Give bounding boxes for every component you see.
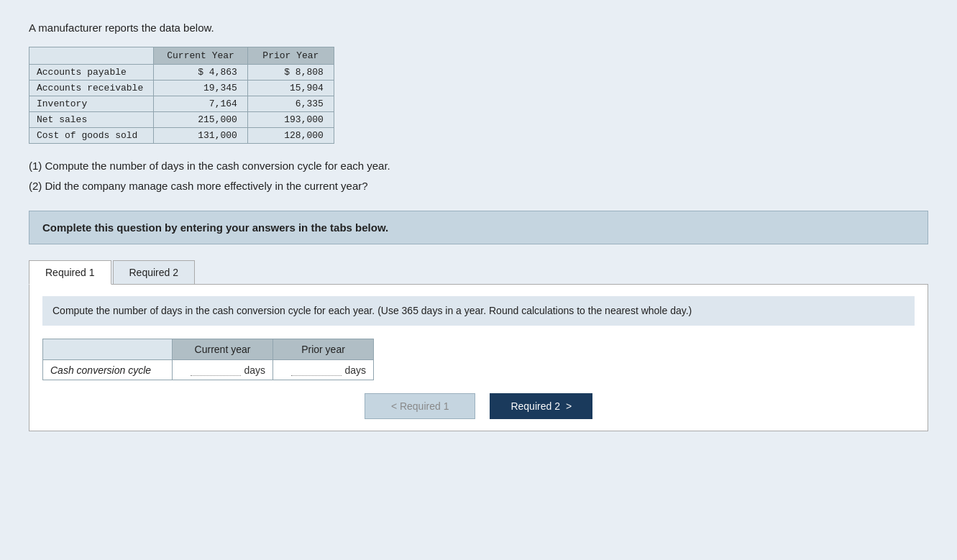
tab1-description: Compute the number of days in the cash c… — [42, 296, 915, 326]
row-prior: 15,904 — [247, 81, 334, 96]
row-current: 7,164 — [154, 96, 248, 112]
row-current: 131,000 — [154, 128, 248, 144]
next-arrow-icon: > — [566, 400, 572, 412]
answer-row-ccc: Cash conversion cycle days days — [43, 360, 374, 380]
col-header-prior: Prior Year — [247, 47, 334, 65]
table-row: Cost of goods sold 131,000 128,000 — [29, 128, 334, 144]
ccc-current-input[interactable] — [191, 364, 241, 376]
row-label: Accounts payable — [29, 65, 154, 81]
table-row: Accounts receivable 19,345 15,904 — [29, 81, 334, 96]
tab-required2[interactable]: Required 2 — [113, 260, 196, 285]
table-row: Accounts payable $ 4,863 $ 8,808 — [29, 65, 334, 81]
tab1-content: Compute the number of days in the cash c… — [29, 284, 928, 431]
answer-col-empty — [43, 339, 173, 360]
row-current: 19,345 — [154, 81, 248, 96]
instruction-box: Complete this question by entering your … — [29, 211, 928, 244]
instruction-text: Complete this question by entering your … — [42, 221, 388, 234]
question-2: (2) Did the company manage cash more eff… — [29, 177, 928, 196]
row-current: $ 4,863 — [154, 65, 248, 81]
prev-button[interactable]: < Required 1 — [365, 393, 476, 419]
data-table: Current Year Prior Year Accounts payable… — [29, 47, 334, 144]
questions-block: (1) Compute the number of days in the ca… — [29, 157, 928, 195]
row-prior: 128,000 — [247, 128, 334, 144]
row-prior: 6,335 — [247, 96, 334, 112]
ccc-current-cell: days — [173, 360, 273, 380]
answer-col-current: Current year — [173, 339, 273, 360]
ccc-prior-unit: days — [344, 364, 366, 376]
row-label: Accounts receivable — [29, 81, 154, 96]
tabs-container: Required 1 Required 2 Compute the number… — [29, 260, 928, 431]
answer-table: Current year Prior year Cash conversion … — [42, 339, 374, 380]
ccc-prior-input[interactable] — [291, 364, 342, 376]
ccc-current-unit: days — [244, 364, 265, 376]
row-label: Inventory — [29, 96, 154, 112]
tab-required1[interactable]: Required 1 — [29, 260, 111, 285]
tabs-header: Required 1 Required 2 — [29, 260, 928, 285]
table-row: Net sales 215,000 193,000 — [29, 112, 334, 128]
row-label: Cost of goods sold — [29, 128, 154, 144]
col-header-empty — [29, 47, 154, 65]
row-current: 215,000 — [154, 112, 248, 128]
row-prior: $ 8,808 — [247, 65, 334, 81]
next-button[interactable]: Required 2 > — [490, 393, 592, 419]
ccc-prior-cell: days — [273, 360, 374, 380]
answer-col-prior: Prior year — [273, 339, 374, 360]
table-row: Inventory 7,164 6,335 — [29, 96, 334, 112]
row-label: Net sales — [29, 112, 154, 128]
ccc-label: Cash conversion cycle — [43, 360, 173, 380]
question-1: (1) Compute the number of days in the ca… — [29, 157, 928, 175]
intro-text: A manufacturer reports the data below. — [29, 22, 928, 34]
next-button-label: Required 2 — [510, 400, 560, 412]
col-header-current: Current Year — [154, 47, 248, 65]
row-prior: 193,000 — [247, 112, 334, 128]
buttons-row: < Required 1 Required 2 > — [42, 393, 915, 419]
data-table-wrapper: Current Year Prior Year Accounts payable… — [29, 47, 928, 144]
